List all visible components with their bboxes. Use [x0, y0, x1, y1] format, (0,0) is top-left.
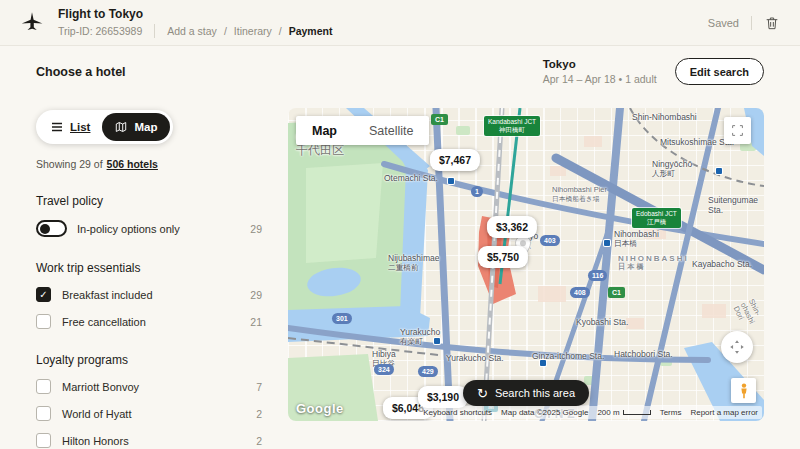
work-trip-title: Work trip essentials — [36, 261, 262, 275]
results-prefix: Showing 29 of — [36, 158, 103, 170]
breadcrumb-separator: / — [224, 25, 227, 37]
airplane-logo-icon — [20, 11, 44, 35]
sub-header: Choose a hotel Tokyo Apr 14 – Apr 18 • 1… — [36, 58, 764, 85]
divider — [751, 16, 752, 30]
keyboard-shortcuts-link[interactable]: Keyboard shortcuts — [423, 408, 492, 417]
in-policy-toggle-row[interactable]: In-policy options only 29 — [36, 220, 262, 237]
price-pin-7-467[interactable]: $7,467 — [430, 149, 480, 171]
price-pin-3-190[interactable]: $3,190 — [418, 386, 468, 408]
google-logo: Google — [296, 401, 344, 416]
map-view-label: Map — [134, 121, 157, 133]
trip-title: Flight to Tokyo — [58, 7, 332, 21]
filter-count: 29 — [250, 289, 262, 301]
price-pin-3-362[interactable]: $3,362 — [487, 216, 537, 238]
pegman-streetview-button[interactable] — [731, 378, 756, 403]
trip-id: Trip-ID: 26653989 — [58, 25, 142, 37]
list-view-label: List — [70, 121, 90, 133]
map-icon — [115, 121, 127, 133]
filter-label: Hilton Honors — [62, 435, 129, 447]
breadcrumb-separator: / — [279, 25, 282, 37]
filter-hilton-honors[interactable]: Hilton Honors2 — [36, 433, 262, 448]
filters-sidebar: List Map Showing 29 of 506 hotels Travel… — [36, 110, 262, 449]
checkbox-breakfast-included[interactable]: ✓ — [36, 287, 51, 302]
filter-free-cancellation[interactable]: Free cancellation21 — [36, 314, 262, 329]
in-policy-count: 29 — [250, 223, 262, 235]
filter-count: 2 — [256, 435, 262, 447]
map-attribution: Keyboard shortcuts Map data ©2025 Google… — [419, 406, 762, 419]
page-title: Choose a hotel — [36, 65, 126, 79]
map-type-map[interactable]: Map — [296, 116, 353, 145]
breadcrumb-item-payment[interactable]: Payment — [289, 25, 333, 37]
app-root: Flight to Tokyo Trip-ID: 26653989 Add a … — [0, 0, 800, 449]
checkbox-free-cancellation[interactable] — [36, 314, 51, 329]
checkbox-hilton-honors[interactable] — [36, 433, 51, 448]
checkbox-marriott-bonvoy[interactable] — [36, 379, 51, 394]
price-pin-5-750[interactable]: $5,750 — [478, 246, 528, 268]
map-scale: 200 m — [597, 408, 650, 417]
saved-status: Saved — [708, 17, 739, 29]
breadcrumb-item-add-a-stay[interactable]: Add a stay — [167, 25, 217, 37]
in-policy-label: In-policy options only — [77, 223, 180, 235]
map-type-satellite[interactable]: Satellite — [353, 116, 429, 145]
in-policy-toggle[interactable] — [36, 220, 67, 237]
scale-bar — [623, 410, 651, 415]
trash-icon[interactable] — [764, 15, 780, 31]
report-error-link[interactable]: Report a map error — [690, 408, 758, 417]
filter-world-of-hyatt[interactable]: World of Hyatt2 — [36, 406, 262, 421]
top-bar: Flight to Tokyo Trip-ID: 26653989 Add a … — [0, 0, 800, 46]
edit-search-button[interactable]: Edit search — [675, 58, 764, 85]
list-view-button[interactable]: List — [39, 114, 102, 140]
filter-count: 21 — [250, 316, 262, 328]
list-icon — [51, 121, 63, 133]
filter-count: 2 — [256, 408, 262, 420]
search-summary: Tokyo Apr 14 – Apr 18 • 1 adult — [543, 58, 657, 85]
four-arrows-icon — [728, 338, 746, 356]
work-trip-options: ✓Breakfast included29Free cancellation21 — [36, 287, 262, 329]
destination: Tokyo — [543, 58, 657, 70]
results-count-link[interactable]: 506 hotels — [107, 158, 158, 170]
view-toggle: List Map — [36, 110, 173, 144]
terms-link[interactable]: Terms — [660, 408, 682, 417]
breadcrumb-item-itinerary[interactable]: Itinerary — [234, 25, 272, 37]
filter-marriott-bonvoy[interactable]: Marriott Bonvoy7 — [36, 379, 262, 394]
filter-label: Breakfast included — [62, 289, 153, 301]
dates-occupancy: Apr 14 – Apr 18 • 1 adult — [543, 73, 657, 85]
loyalty-options: Marriott Bonvoy7World of Hyatt2Hilton Ho… — [36, 379, 262, 449]
filter-label: Free cancellation — [62, 316, 146, 328]
checkbox-world-of-hyatt[interactable] — [36, 406, 51, 421]
search-this-area-button[interactable]: ↻ Search this area — [463, 380, 589, 406]
pegman-icon — [738, 383, 750, 399]
search-this-area-label: Search this area — [495, 387, 575, 399]
refresh-icon: ↻ — [477, 387, 488, 400]
map-data-credit: Map data ©2025 Google — [501, 408, 588, 417]
filter-breakfast-included[interactable]: ✓Breakfast included29 — [36, 287, 262, 302]
filter-label: Marriott Bonvoy — [62, 381, 139, 393]
breadcrumb: Add a stay/Itinerary/Payment — [167, 25, 332, 37]
loyalty-title: Loyalty programs — [36, 353, 262, 367]
filter-count: 7 — [256, 381, 262, 393]
hotel-map[interactable]: Chiyoda City千代田区Otemachi Sta.Shin-Nihomb… — [288, 108, 764, 421]
results-summary: Showing 29 of 506 hotels — [36, 158, 262, 170]
map-type-control: Map Satellite — [296, 116, 429, 145]
pan-control-button[interactable] — [721, 331, 753, 363]
map-view-button[interactable]: Map — [102, 113, 170, 141]
filter-label: World of Hyatt — [62, 408, 132, 420]
trip-header: Flight to Tokyo Trip-ID: 26653989 Add a … — [58, 7, 332, 38]
travel-policy-title: Travel policy — [36, 194, 262, 208]
fullscreen-button[interactable] — [724, 117, 751, 144]
divider — [154, 24, 155, 38]
